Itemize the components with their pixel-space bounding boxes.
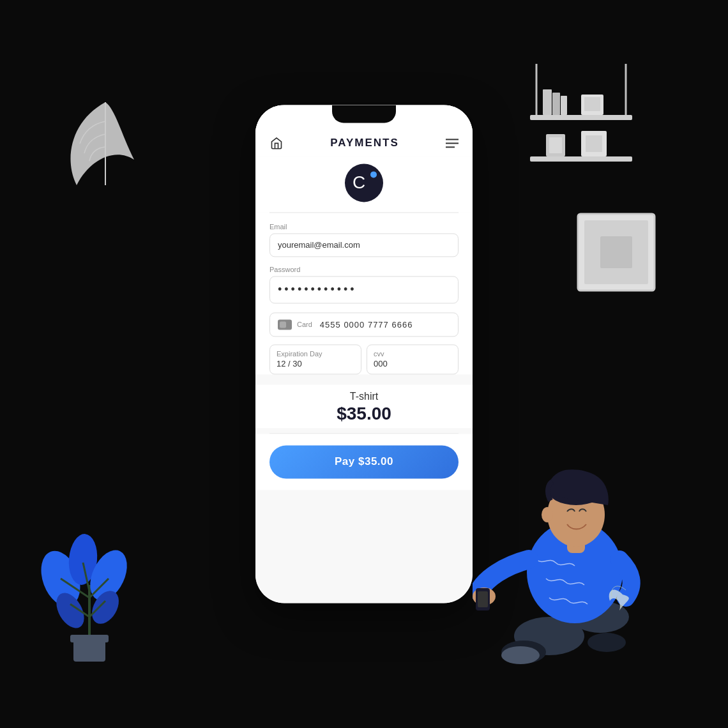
svg-rect-18 <box>552 93 560 115</box>
phone-mockup: PAYMENTS C Email youremail@email.com Pas… <box>255 105 473 603</box>
cvv-label: cvv <box>374 350 451 358</box>
phone-notch <box>332 105 396 123</box>
white-leaf-decoration <box>64 96 147 201</box>
svg-rect-41 <box>478 591 488 607</box>
svg-rect-13 <box>530 115 632 120</box>
form-top-divider <box>269 212 459 213</box>
email-label: Email <box>269 223 459 231</box>
svg-point-33 <box>588 633 626 652</box>
card-field[interactable]: Card 4555 0000 7777 6666 <box>269 312 459 337</box>
logo-letter: C <box>353 172 365 193</box>
expiration-value: 12 / 30 <box>277 359 354 368</box>
svg-rect-0 <box>73 639 105 662</box>
svg-point-38 <box>542 507 553 522</box>
item-price: $35.00 <box>255 404 473 424</box>
phone-screen: PAYMENTS C Email youremail@email.com Pas… <box>255 105 473 603</box>
svg-rect-1 <box>70 635 109 642</box>
home-icon <box>269 137 284 149</box>
logo-container: C <box>255 156 473 212</box>
svg-rect-25 <box>586 135 602 152</box>
form-area: Email youremail@email.com Password •••••… <box>255 212 473 374</box>
shelves-decoration <box>517 64 645 181</box>
page-title: PAYMENTS <box>330 137 399 149</box>
pay-button-container: Pay $35.00 <box>255 434 473 490</box>
svg-rect-28 <box>600 236 632 268</box>
menu-icon[interactable] <box>446 139 459 148</box>
svg-rect-23 <box>549 137 562 153</box>
expiration-label: Expiration Day <box>277 350 354 358</box>
password-label: Password <box>269 266 459 273</box>
blue-plant-decoration <box>38 521 140 664</box>
cvv-field[interactable]: cvv 000 <box>367 344 459 374</box>
expiry-cvv-row: Expiration Day 12 / 30 cvv 000 <box>269 344 459 374</box>
svg-rect-17 <box>543 89 552 115</box>
logo-dot <box>370 171 377 178</box>
cvv-value: 000 <box>374 359 451 368</box>
email-field[interactable]: youremail@email.com <box>269 233 459 257</box>
item-name: T-shirt <box>255 391 473 402</box>
item-summary: T-shirt $35.00 <box>255 384 473 428</box>
expiration-field[interactable]: Expiration Day 12 / 30 <box>269 344 361 374</box>
card-label: Card <box>297 321 312 328</box>
person-illustration <box>473 432 677 677</box>
card-chip-icon <box>278 319 292 330</box>
svg-point-32 <box>501 646 540 664</box>
logo: C <box>345 163 383 202</box>
picture-frame-decoration <box>575 211 658 296</box>
password-field[interactable]: •••••••••••• <box>269 276 459 303</box>
svg-rect-21 <box>584 97 600 111</box>
pay-button[interactable]: Pay $35.00 <box>269 445 459 478</box>
card-number: 4555 0000 7777 6666 <box>320 320 413 330</box>
svg-rect-14 <box>530 156 632 162</box>
svg-rect-19 <box>561 96 567 115</box>
